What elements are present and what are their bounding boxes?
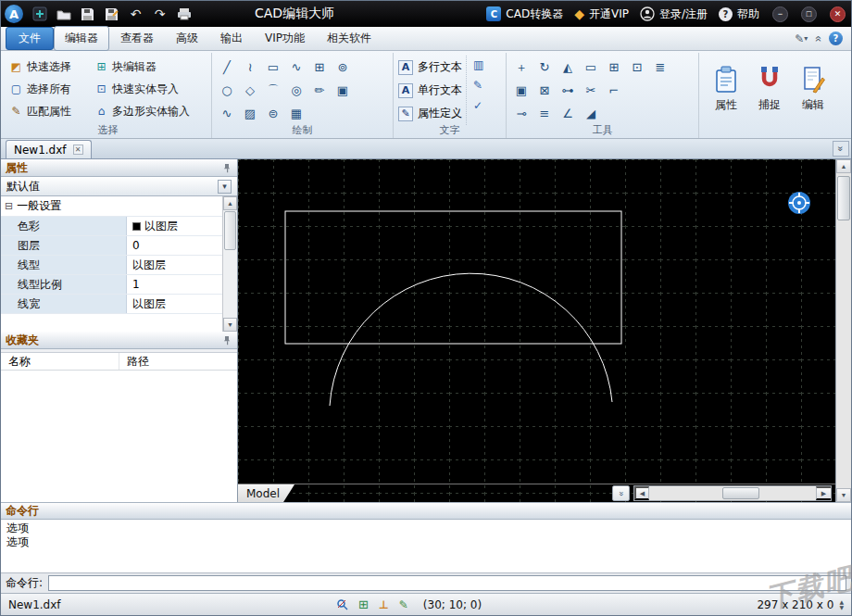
collapse-ribbon-button[interactable]: » xyxy=(815,32,821,45)
scroll-up-button[interactable]: ▲ xyxy=(836,159,851,173)
tab-list-dropdown-button[interactable]: » xyxy=(833,141,849,157)
single-line-text-button[interactable]: A 单行文本 xyxy=(398,79,462,102)
tool-offset-button[interactable]: ⊶ xyxy=(558,81,578,101)
favorites-name-column[interactable]: 名称 xyxy=(1,353,119,370)
login-register-link[interactable]: 登录/注册 xyxy=(640,6,708,22)
drawing-canvas[interactable]: Model » ◀ ▶ xyxy=(238,159,835,502)
tool-erase-button[interactable]: ⌐ xyxy=(604,81,624,101)
property-value[interactable]: 以图层 xyxy=(127,295,222,313)
check-text-button[interactable]: ✓ xyxy=(473,99,483,112)
multiline-text-button[interactable]: A 多行文本 xyxy=(398,56,462,79)
command-input[interactable] xyxy=(48,575,846,591)
view-navigation-icon[interactable] xyxy=(787,191,811,218)
tab-viewer[interactable]: 查看器 xyxy=(109,26,165,51)
select-all-button[interactable]: ▢ 选择所有 xyxy=(9,82,94,97)
draw-point-style-button[interactable]: ⊚ xyxy=(332,57,353,78)
favorites-list[interactable] xyxy=(1,371,237,502)
draw-region-button[interactable]: ⊞ xyxy=(309,57,330,78)
draw-ellipse-button[interactable]: ⊜ xyxy=(263,104,283,124)
scroll-up-button[interactable]: ▲ xyxy=(223,196,237,210)
property-preset-dropdown[interactable]: 默认值 ▾ xyxy=(1,177,237,196)
edit-text-button[interactable]: ✎ xyxy=(473,79,483,92)
tab-advanced[interactable]: 高级 xyxy=(165,26,209,51)
snap-toggle-icon[interactable]: ⊞ xyxy=(358,597,369,611)
horizontal-scroll-track[interactable] xyxy=(649,486,816,500)
tab-editor[interactable]: 编辑器 xyxy=(54,26,109,51)
open-file-button[interactable] xyxy=(52,4,75,24)
tool-copy-button[interactable]: ▣ xyxy=(511,81,532,101)
scroll-right-button[interactable]: ▶ xyxy=(816,486,831,500)
ortho-toggle-icon[interactable]: ⊥ xyxy=(379,598,389,611)
block-editor-button[interactable]: ⊞ 块编辑器 xyxy=(94,59,211,75)
quick-entity-import-button[interactable]: ⊡ 快速实体导入 xyxy=(94,82,211,97)
polygon-entity-input-button[interactable]: ⌂ 多边形实体输入 xyxy=(94,104,211,119)
draw-donut-button[interactable]: ◎ xyxy=(286,81,307,101)
tool-angle-button[interactable]: ∠ xyxy=(558,104,578,124)
tool-group-button[interactable]: ⊞ xyxy=(604,57,624,78)
tab-related-software[interactable]: 相关软件 xyxy=(316,26,382,51)
favorites-path-column[interactable]: 路径 xyxy=(119,354,237,370)
tool-chamfer-button[interactable]: ◢ xyxy=(581,104,601,124)
tool-mirror-button[interactable]: ◭ xyxy=(558,57,578,78)
property-value[interactable]: 以图层 xyxy=(127,256,222,274)
new-file-button[interactable] xyxy=(28,4,51,24)
draw-sketch-button[interactable]: ✏ xyxy=(309,81,330,101)
draw-arc-button[interactable]: ⌒ xyxy=(263,81,283,101)
tool-rotate-button[interactable]: ↻ xyxy=(534,57,555,78)
property-value[interactable]: 1 xyxy=(127,275,222,294)
pin-icon[interactable] xyxy=(222,163,232,173)
redo-button[interactable]: ↷ xyxy=(148,4,171,24)
arrow-down-icon[interactable]: ▼ xyxy=(839,605,844,610)
tab-vip-features[interactable]: VIP功能 xyxy=(254,26,316,51)
command-history[interactable]: 选项 选项 xyxy=(1,520,851,572)
draw-spline-button[interactable]: ∿ xyxy=(217,104,237,124)
tool-list-button[interactable]: ≣ xyxy=(650,57,670,78)
edit-mode-button[interactable]: 编辑 xyxy=(794,54,833,124)
collapse-group-icon[interactable]: ⊟ xyxy=(5,200,13,212)
print-button[interactable] xyxy=(172,4,195,24)
cad-converter-link[interactable]: C CAD转换器 xyxy=(486,6,563,22)
snap-button[interactable]: 捕捉 xyxy=(750,54,789,124)
tool-scale-button[interactable]: ⊠ xyxy=(534,81,555,101)
draw-circle-button[interactable]: ○ xyxy=(217,81,237,101)
attribute-define-button[interactable]: ✎ 属性定义 xyxy=(398,102,462,125)
layout-expand-button[interactable]: » xyxy=(612,485,630,501)
pin-icon[interactable] xyxy=(222,335,232,346)
properties-panel-button[interactable]: 属性 xyxy=(707,54,746,124)
vertical-scroll-track[interactable] xyxy=(836,173,851,488)
ribbon-help-button[interactable]: ? xyxy=(829,31,843,45)
tool-array-button[interactable]: ▭ xyxy=(581,57,601,78)
draw-solid-button[interactable]: ▣ xyxy=(332,81,353,101)
property-group-row[interactable]: ⊟ 一般设置 xyxy=(1,196,222,217)
scrollbar-thumb[interactable] xyxy=(224,211,236,250)
draw-polygon-button[interactable]: ◇ xyxy=(240,81,260,101)
match-properties-button[interactable]: ✎ 匹配属性 xyxy=(9,104,94,119)
vertical-scroll-thumb[interactable] xyxy=(837,176,850,220)
model-space-tab[interactable]: Model xyxy=(238,484,294,502)
minimize-button[interactable]: − xyxy=(772,6,788,22)
tool-trim-button[interactable]: ✂ xyxy=(581,81,601,101)
scroll-left-button[interactable]: ◀ xyxy=(634,486,649,500)
scroll-down-button[interactable]: ▼ xyxy=(836,488,851,502)
undo-button[interactable]: ↶ xyxy=(124,4,147,24)
draw-rectangle-button[interactable]: ▭ xyxy=(263,57,283,78)
draw-table-button[interactable]: ▦ xyxy=(286,104,307,124)
file-menu-button[interactable]: 文件 xyxy=(6,27,54,50)
open-vip-link[interactable]: ◆ 开通VIP xyxy=(574,6,629,22)
draw-revision-cloud-button[interactable]: ∿ xyxy=(286,57,307,78)
quick-select-button[interactable]: ◩ 快速选择 xyxy=(9,59,94,75)
customize-toolbar-button[interactable]: ✎▾ xyxy=(795,32,808,45)
tool-explode-button[interactable]: ≡ xyxy=(534,104,555,124)
edit-toggle-icon[interactable]: ✎ xyxy=(399,598,408,611)
help-link[interactable]: ? 帮助 xyxy=(719,6,759,22)
draw-hatch-button[interactable]: ▨ xyxy=(240,104,260,124)
property-value[interactable]: 以图层 xyxy=(127,217,222,235)
text-columns-button[interactable]: ▥ xyxy=(473,58,483,71)
property-value[interactable]: 0 xyxy=(127,236,222,255)
tool-move-button[interactable]: ＋ xyxy=(511,57,532,78)
save-button[interactable] xyxy=(76,4,99,24)
save-as-button[interactable] xyxy=(100,4,123,24)
tool-insert-button[interactable]: ⊡ xyxy=(627,57,647,78)
draw-line-button[interactable]: ╱ xyxy=(217,57,237,78)
close-button[interactable]: ✕ xyxy=(830,6,846,22)
